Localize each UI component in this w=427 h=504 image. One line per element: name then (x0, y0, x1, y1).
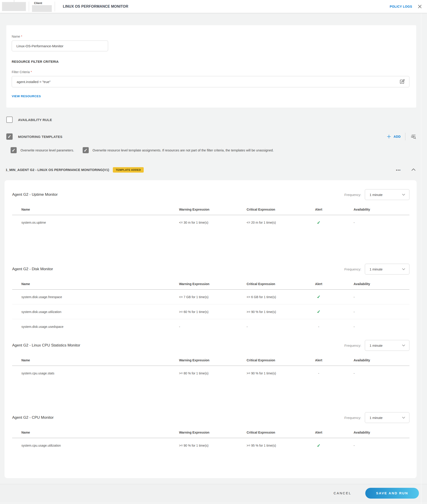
frequency-label: Frequency: (344, 267, 361, 271)
chevron-down-icon (402, 415, 406, 420)
frequency-select[interactable]: 1 minute (365, 189, 409, 200)
warning-expression: <= 30 m for 1 time(s) (179, 221, 247, 224)
frequency-value: 1 minute (370, 416, 383, 420)
alert-cell: ✓ (305, 309, 332, 314)
column-header: Warning Expression (179, 208, 247, 211)
client-label: Client (34, 1, 52, 5)
page-title: LINUX OS PERFORMANCE MONITOR (63, 5, 128, 8)
monitor-section: Agent G2 - Linux CPU Statistics MonitorF… (12, 340, 409, 381)
monitor-section: Agent G2 - Uptime MonitorFrequency:1 min… (12, 189, 409, 230)
redacted-breadcrumb-placeholder (2, 2, 26, 11)
edit-icon[interactable] (399, 79, 405, 85)
table-header-row: NameWarning ExpressionCritical Expressio… (12, 279, 409, 289)
metric-name: system.disk.usage.freespace (12, 295, 179, 299)
name-label: Name* (12, 35, 409, 38)
divider (405, 133, 405, 141)
frequency-label: Frequency: (344, 193, 361, 197)
column-header: Critical Expression (247, 282, 305, 286)
critical-expression: >= 90 % for 1 time(s) (247, 371, 305, 375)
overwrite-parameters-checkbox[interactable]: ✓ (11, 147, 17, 153)
metric-name: system.cpu.usage.utilization (12, 444, 179, 447)
warning-expression: <= 7 GB for 1 time(s) (179, 295, 247, 299)
filter-criteria-input[interactable]: agent.installed = "true" (12, 76, 409, 87)
view-resources-link[interactable]: VIEW RESOURCES (12, 95, 41, 98)
column-header: Warning Expression (179, 431, 247, 434)
modal-edge (421, 13, 421, 504)
column-header: Alert (305, 208, 332, 211)
alert-cell: ✓ (305, 220, 332, 225)
critical-expression: - (247, 325, 305, 328)
overwrite-assignments-checkbox[interactable]: ✓ (83, 147, 89, 153)
table-row[interactable]: system.disk.usage.freespace<= 7 GB for 1… (12, 289, 409, 304)
availability-cell: - (332, 444, 409, 447)
warning-expression: - (179, 325, 247, 328)
cancel-button[interactable]: CANCEL (332, 491, 353, 495)
column-header: Critical Expression (247, 358, 305, 362)
chevron-down-icon (402, 193, 406, 197)
divider (55, 2, 55, 11)
name-input[interactable] (12, 40, 108, 51)
column-header: Critical Expression (247, 208, 305, 211)
frequency-select[interactable]: 1 minute (365, 412, 409, 423)
critical-expression: <= 20 m for 1 time(s) (247, 221, 305, 224)
add-label: ADD (393, 135, 401, 138)
policy-form-card: Name* RESOURCE FILTER CRITERIA Filter Cr… (6, 25, 416, 108)
frequency-control: Frequency:1 minute (344, 340, 409, 351)
top-bar: Client LINUX OS PERFORMANCE MONITOR POLI… (0, 0, 427, 13)
column-header: Alert (305, 431, 332, 434)
column-header: Alert (305, 282, 332, 286)
table-row[interactable]: system.os.uptime<= 30 m for 1 time(s)<= … (12, 215, 409, 230)
frequency-select[interactable]: 1 minute (365, 264, 409, 274)
template-name: 1_MIN_AGENT G2 - LINUX OS PERFORMANCE MO… (6, 168, 109, 172)
availability-cell: - (332, 221, 409, 224)
column-header: Name (12, 431, 179, 434)
monitor-title: Agent G2 - CPU Monitor (12, 415, 53, 420)
policy-logs-link[interactable]: POLICY LOGS (390, 5, 412, 8)
table-row[interactable]: system.disk.usage.usedspace---- (12, 319, 409, 334)
overwrite-assignments-label: Overwrite resource level template assign… (92, 148, 274, 152)
availability-cell: - (332, 310, 409, 314)
check-icon: ✓ (317, 309, 320, 314)
chevron-down-icon (402, 343, 406, 347)
template-added-badge: TEMPLATE ADDED (113, 167, 144, 173)
metric-name: system.disk.usage.utilization (12, 310, 179, 314)
critical-expression: >= 90 % for 1 time(s) (247, 310, 305, 314)
alert-cell: - (305, 325, 332, 328)
close-icon[interactable] (418, 4, 422, 9)
monitor-section: Agent G2 - CPU MonitorFrequency:1 minute… (12, 412, 409, 453)
client-selector[interactable]: Client (32, 1, 52, 13)
save-and-run-button[interactable]: SAVE AND RUN (365, 488, 419, 499)
warning-expression: >= 90 % for 1 time(s) (179, 444, 247, 447)
template-header: 1_MIN_AGENT G2 - LINUX OS PERFORMANCE MO… (6, 167, 416, 173)
monitor-title-row: Agent G2 - Uptime MonitorFrequency:1 min… (12, 189, 409, 200)
search-templates-icon[interactable] (410, 133, 416, 140)
redacted-client-placeholder (32, 5, 52, 12)
monitoring-templates-checkbox[interactable]: ✓ (6, 133, 13, 140)
critical-expression: >= 95 % for 1 time(s) (247, 444, 305, 447)
critical-expression: <= 6 GB for 1 time(s) (247, 295, 305, 299)
add-template-button[interactable]: ADD (387, 134, 401, 139)
resource-filter-criteria-heading: RESOURCE FILTER CRITERIA (12, 60, 409, 63)
monitor-section: Agent G2 - Disk MonitorFrequency:1 minut… (12, 264, 409, 334)
table-row[interactable]: system.cpu.usage.stats>= 80 % for 1 time… (12, 366, 409, 381)
table-row[interactable]: system.disk.usage.utilization>= 60 % for… (12, 304, 409, 319)
frequency-label: Frequency: (344, 344, 361, 347)
footer-bar: CANCEL SAVE AND RUN (0, 484, 427, 502)
column-header: Availability (332, 358, 409, 362)
column-header: Critical Expression (247, 431, 305, 434)
column-header: Availability (332, 282, 409, 286)
template-menu-icon[interactable]: ••• (396, 168, 401, 172)
frequency-control: Frequency:1 minute (344, 264, 409, 274)
table-row[interactable]: system.cpu.usage.utilization>= 90 % for … (12, 438, 409, 453)
table-header-row: NameWarning ExpressionCritical Expressio… (12, 205, 409, 215)
check-icon: ✓ (317, 220, 320, 225)
metric-name: system.cpu.usage.stats (12, 371, 179, 375)
column-header: Warning Expression (179, 358, 247, 362)
collapse-chevron-up-icon[interactable] (411, 167, 416, 173)
monitor-title-row: Agent G2 - CPU MonitorFrequency:1 minute (12, 412, 409, 423)
availability-rule-checkbox[interactable] (6, 117, 13, 123)
frequency-select[interactable]: 1 minute (365, 340, 409, 351)
alert-cell: ✓ (305, 443, 332, 448)
filter-criteria-value: agent.installed = "true" (17, 80, 399, 84)
table-header-row: NameWarning ExpressionCritical Expressio… (12, 355, 409, 366)
